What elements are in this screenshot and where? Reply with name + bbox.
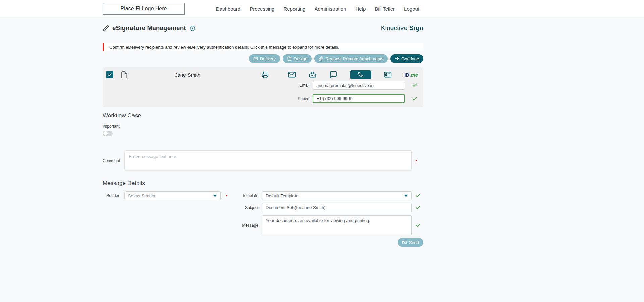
check-icon — [107, 72, 112, 77]
phone-input[interactable] — [313, 94, 405, 103]
message-valid-check-icon — [415, 223, 421, 228]
nav-help[interactable]: Help — [356, 6, 366, 12]
printer-icon[interactable] — [262, 71, 269, 78]
template-label: Template — [238, 193, 258, 198]
sms-auth-icon[interactable] — [329, 71, 337, 79]
subject-valid-check-icon — [415, 205, 421, 210]
sender-select[interactable]: Select Sender — [124, 191, 221, 200]
arrow-right-icon — [395, 56, 399, 61]
envelope-icon — [253, 56, 258, 61]
top-bar: Place FI Logo Here Dashboard Processing … — [0, 0, 644, 17]
subject-input[interactable] — [262, 203, 412, 212]
send-button[interactable]: Send — [398, 238, 423, 247]
idme-auth-icon[interactable]: ID.me — [404, 72, 418, 78]
nav-dashboard[interactable]: Dashboard — [216, 6, 240, 12]
paperclip-icon — [319, 56, 323, 61]
recipient-name: Jane Smith — [175, 72, 200, 78]
nav-processing[interactable]: Processing — [250, 6, 274, 12]
nav-logout[interactable]: Logout — [404, 6, 419, 12]
phone-valid-check-icon — [412, 96, 417, 101]
id-card-auth-icon[interactable] — [384, 71, 392, 79]
template-select[interactable]: Default Template — [262, 191, 412, 200]
phone-label: Phone — [294, 96, 309, 101]
important-label: Important — [103, 124, 423, 129]
delivery-button[interactable]: Delivery — [249, 54, 280, 63]
comment-textarea[interactable] — [124, 150, 412, 171]
document-icon — [287, 56, 292, 61]
page-title-row: eSignature Management Kinective Sign — [103, 23, 423, 33]
phone-auth-icon-selected[interactable] — [350, 70, 371, 79]
phone-icon — [358, 72, 363, 77]
main-nav: Dashboard Processing Reporting Administr… — [216, 6, 423, 12]
email-valid-check-icon — [412, 83, 417, 88]
template-valid-check-icon — [415, 193, 421, 198]
nav-reporting[interactable]: Reporting — [283, 6, 305, 12]
envelope-icon — [402, 240, 407, 245]
edelivery-alert-banner[interactable]: Confirm eDelivery recipients and review … — [103, 43, 423, 51]
important-toggle[interactable] — [103, 131, 113, 136]
page-title: eSignature Management — [112, 24, 186, 32]
email-input[interactable] — [313, 81, 405, 90]
workflow-case-heading: Workflow Case — [103, 112, 423, 119]
kinective-sign-logo: Kinective Sign — [381, 24, 423, 32]
subject-label: Subject — [238, 205, 258, 210]
email-delivery-icon[interactable] — [288, 71, 296, 79]
toggle-knob — [103, 131, 108, 136]
continue-button[interactable]: Continue — [390, 54, 423, 63]
nav-user-bill-teller[interactable]: Bill Teller — [375, 6, 395, 12]
email-label: Email — [294, 83, 309, 88]
alert-text: Confirm eDelivery recipients and review … — [109, 45, 339, 50]
action-buttons-row: Delivery Design Request Remote Attachmen… — [103, 54, 423, 63]
chevron-down-icon — [213, 195, 217, 197]
request-remote-attachments-button[interactable]: Request Remote Attachments — [314, 54, 388, 63]
info-icon[interactable] — [190, 25, 195, 31]
message-textarea[interactable]: Your documents are available for viewing… — [262, 215, 412, 235]
message-label: Message — [238, 223, 258, 228]
required-marker — [226, 195, 227, 196]
required-marker — [416, 160, 417, 161]
passcode-auth-icon[interactable] — [308, 70, 317, 79]
recipient-checkbox[interactable] — [106, 71, 113, 78]
message-details-heading: Message Details — [103, 180, 423, 187]
fi-logo-placeholder: Place FI Logo Here — [103, 3, 185, 15]
design-button[interactable]: Design — [283, 54, 312, 63]
nav-administration[interactable]: Administration — [314, 6, 346, 12]
sender-label: Sender — [103, 193, 119, 198]
comment-label: Comment — [103, 158, 119, 163]
chevron-down-icon — [404, 195, 408, 197]
recipient-panel: Jane Smith — [103, 67, 423, 107]
document-preview-icon[interactable] — [120, 71, 128, 79]
signature-pen-icon — [103, 25, 109, 32]
